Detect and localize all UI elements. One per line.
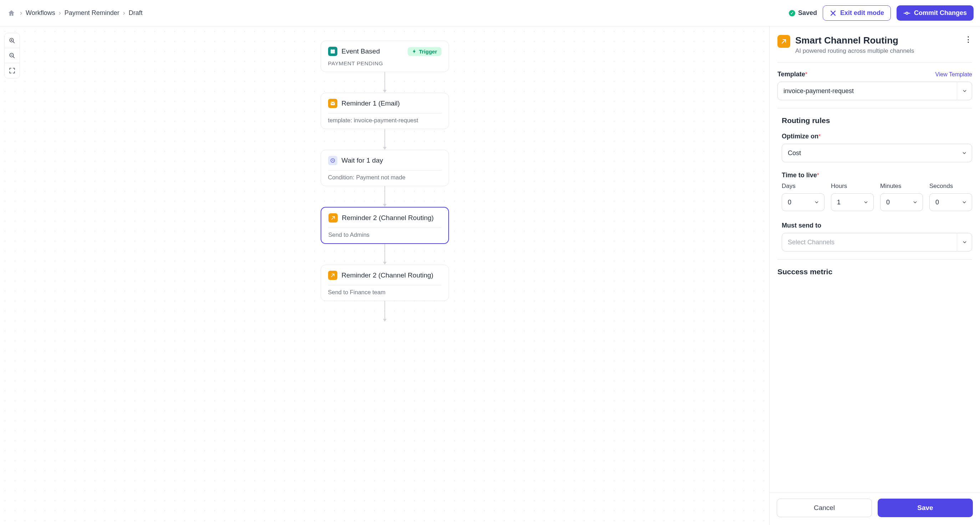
saved-indicator: ✓ Saved xyxy=(789,9,817,17)
view-template-link[interactable]: View Template xyxy=(935,72,972,78)
side-subtitle: AI powered routing across multiple chann… xyxy=(795,48,959,54)
breadcrumb-draft[interactable]: Draft xyxy=(129,9,143,17)
node-reminder-1-email[interactable]: Reminder 1 (Email) template: invoice-pay… xyxy=(321,93,449,129)
ttl-seconds-select[interactable]: 0 xyxy=(929,193,972,211)
ttl-hours-select[interactable]: 1 xyxy=(831,193,874,211)
calendar-icon xyxy=(328,47,337,56)
node-subtitle: Send to Finance team xyxy=(328,289,442,296)
ttl-minutes-select[interactable]: 0 xyxy=(880,193,923,211)
breadcrumb: › Workflows › Payment Reminder › Draft xyxy=(6,8,143,18)
ttl-hours-label: Hours xyxy=(831,183,874,190)
zoom-in-button[interactable] xyxy=(5,33,20,48)
optimize-on-label: Optimize on xyxy=(782,133,818,140)
node-reminder-2-admins[interactable]: Reminder 2 (Channel Routing) Send to Adm… xyxy=(321,207,449,244)
saved-label: Saved xyxy=(798,9,817,17)
bolt-icon xyxy=(412,49,417,54)
chevron-down-icon xyxy=(962,239,967,245)
optimize-on-value: Cost xyxy=(788,150,801,157)
clock-icon xyxy=(328,156,337,165)
success-metric-heading: Success metric xyxy=(778,267,972,276)
check-circle-icon: ✓ xyxy=(789,10,795,16)
node-reminder-2-finance[interactable]: Reminder 2 (Channel Routing) Send to Fin… xyxy=(321,265,449,301)
save-button[interactable]: Save xyxy=(878,499,973,517)
edge xyxy=(385,301,385,322)
must-send-to-label: Must send to xyxy=(782,222,972,229)
flow: Event Based Trigger PAYMENT PENDING Remi… xyxy=(321,41,449,322)
exit-edit-mode-button[interactable]: Exit edit mode xyxy=(823,5,891,21)
breadcrumb-workflows[interactable]: Workflows xyxy=(25,9,55,17)
ttl-minutes-label: Minutes xyxy=(880,183,923,190)
node-title: Wait for 1 day xyxy=(342,157,383,164)
node-title: Reminder 2 (Channel Routing) xyxy=(342,271,434,279)
svg-rect-9 xyxy=(331,49,335,51)
chevron-right-icon: › xyxy=(123,9,125,17)
expand-icon xyxy=(9,67,15,74)
route-icon xyxy=(778,35,790,48)
trigger-badge-label: Trigger xyxy=(419,49,437,54)
ttl-hours-value: 1 xyxy=(837,199,840,206)
edge xyxy=(385,186,385,207)
zoom-in-icon xyxy=(9,37,15,44)
node-subtitle: Condition: Payment not made xyxy=(328,174,442,181)
route-icon xyxy=(328,271,337,280)
chevron-down-icon xyxy=(814,199,819,205)
main: Event Based Trigger PAYMENT PENDING Remi… xyxy=(0,26,980,525)
close-icon xyxy=(829,10,837,17)
edge xyxy=(385,129,385,150)
template-select[interactable]: invoice-payment-request xyxy=(778,82,972,100)
chevron-down-icon xyxy=(912,199,918,205)
side-title: Smart Channel Routing xyxy=(795,35,959,46)
commit-changes-label: Commit Changes xyxy=(914,9,967,17)
ttl-days-value: 0 xyxy=(788,199,791,206)
ttl-days-label: Days xyxy=(782,183,824,190)
chevron-right-icon: › xyxy=(59,9,61,17)
chevron-down-icon xyxy=(961,199,967,205)
ttl-minutes-value: 0 xyxy=(886,199,890,206)
exit-edit-mode-label: Exit edit mode xyxy=(840,9,884,17)
workflow-canvas[interactable]: Event Based Trigger PAYMENT PENDING Remi… xyxy=(0,26,770,525)
cancel-button[interactable]: Cancel xyxy=(777,499,872,517)
node-title: Reminder 2 (Channel Routing) xyxy=(342,214,434,222)
side-panel: Smart Channel Routing AI powered routing… xyxy=(770,26,980,525)
ttl-seconds-value: 0 xyxy=(935,199,939,206)
side-panel-footer: Cancel Save xyxy=(770,493,980,525)
chevron-right-icon: › xyxy=(20,9,22,17)
ttl-days-select[interactable]: 0 xyxy=(782,193,824,211)
zoom-out-icon xyxy=(9,52,15,59)
chevron-down-icon xyxy=(962,88,967,94)
zoom-out-button[interactable] xyxy=(5,48,20,63)
node-subtitle: template: invoice-payment-request xyxy=(328,117,442,124)
node-event-based[interactable]: Event Based Trigger PAYMENT PENDING xyxy=(321,41,449,72)
node-subtitle: PAYMENT PENDING xyxy=(328,60,442,67)
zoom-controls xyxy=(4,33,20,78)
mail-icon xyxy=(328,99,337,108)
template-value: invoice-payment-request xyxy=(783,88,854,95)
commit-changes-button[interactable]: Commit Changes xyxy=(897,5,974,21)
node-title: Reminder 1 (Email) xyxy=(342,100,400,107)
svg-line-2 xyxy=(13,41,14,43)
trigger-badge: Trigger xyxy=(407,47,442,56)
edge xyxy=(385,244,385,265)
must-send-to-select[interactable]: Select Channels xyxy=(782,233,972,251)
must-send-to-placeholder: Select Channels xyxy=(788,239,835,246)
home-icon[interactable] xyxy=(6,8,16,18)
commit-icon xyxy=(903,10,910,17)
zoom-fit-button[interactable] xyxy=(5,63,20,78)
header-actions: ✓ Saved Exit edit mode Commit Changes xyxy=(789,5,974,21)
ttl-label: Time to live xyxy=(782,172,817,179)
svg-point-0 xyxy=(906,12,908,14)
more-menu-button[interactable]: ⋮ xyxy=(964,35,972,43)
optimize-on-select[interactable]: Cost xyxy=(782,144,972,162)
edge xyxy=(385,72,385,93)
template-label: Template xyxy=(778,71,805,78)
routing-rules-heading: Routing rules xyxy=(782,116,972,125)
node-wait-1-day[interactable]: Wait for 1 day Condition: Payment not ma… xyxy=(321,150,449,186)
header: › Workflows › Payment Reminder › Draft ✓… xyxy=(0,0,980,26)
side-panel-header: Smart Channel Routing AI powered routing… xyxy=(778,35,972,54)
node-title: Event Based xyxy=(342,48,380,55)
chevron-down-icon xyxy=(961,150,967,156)
breadcrumb-payment-reminder[interactable]: Payment Reminder xyxy=(65,9,119,17)
svg-line-6 xyxy=(13,56,14,58)
chevron-down-icon xyxy=(863,199,869,205)
route-icon xyxy=(328,213,338,223)
